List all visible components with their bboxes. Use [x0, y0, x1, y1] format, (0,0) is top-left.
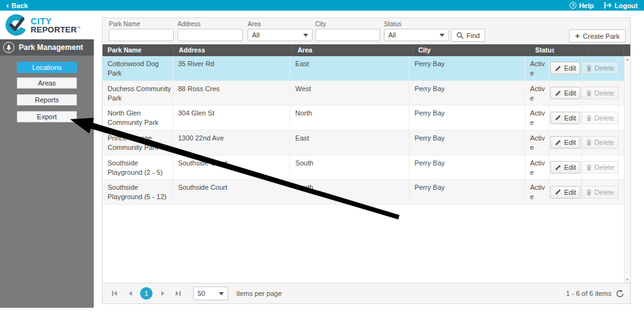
trademark-symbol: ™ [77, 26, 81, 29]
status-select[interactable]: All [384, 29, 449, 41]
delete-button[interactable]: Delete [581, 136, 619, 149]
brand-logo: CITY REPORTER™ [0, 11, 94, 39]
cell-area: East [290, 130, 410, 155]
last-page-button[interactable] [173, 288, 184, 299]
status-select-value: All [388, 31, 396, 39]
delete-button[interactable]: Delete [581, 112, 619, 124]
refresh-icon[interactable] [616, 290, 624, 298]
vertical-scrollbar[interactable]: ▲ ▼ [624, 56, 630, 283]
filter-park-name-label: Park Name [109, 21, 174, 27]
edit-button[interactable]: Edit [550, 161, 580, 174]
cell-status: Active [525, 130, 550, 155]
cell-park-name: Southside Playground (2 - 5) [103, 155, 173, 180]
scroll-down-icon[interactable]: ▼ [626, 278, 630, 282]
column-header-status[interactable]: Status [530, 44, 555, 56]
column-header-park-name[interactable]: Park Name [103, 44, 174, 56]
back-link[interactable]: ‹ Back [6, 1, 28, 9]
pencil-icon [555, 114, 561, 121]
edit-button[interactable]: Edit [550, 62, 580, 74]
filter-address: Address [178, 21, 243, 41]
table-row[interactable]: Prince George Community Park 1300 22nd A… [103, 130, 625, 155]
previous-page-button[interactable] [124, 288, 136, 299]
cell-city: Perry Bay [410, 155, 525, 180]
chevron-down-icon [219, 292, 224, 295]
filter-city-label: City [315, 21, 380, 27]
park-name-input[interactable] [109, 29, 174, 41]
edit-button[interactable]: Edit [550, 87, 580, 99]
pagination-bar: 1 50 items per page 1 - 6 of 6 items [103, 283, 630, 303]
cell-area: South [290, 155, 410, 180]
chevron-down-icon [303, 34, 308, 37]
sidebar-nav: Locations Areas Reports Export [0, 56, 94, 308]
cell-status: Active [525, 155, 550, 180]
trash-icon [586, 114, 592, 122]
city-input[interactable] [315, 29, 380, 41]
filter-area-label: Area [248, 21, 313, 27]
edit-button[interactable]: Edit [550, 112, 580, 124]
create-park-label: Create Park [583, 32, 620, 40]
cell-delete: Delete [582, 105, 618, 130]
column-header-address[interactable]: Address [174, 44, 293, 56]
trash-icon [586, 189, 592, 196]
address-input[interactable] [178, 29, 243, 41]
delete-button[interactable]: Delete [581, 87, 619, 99]
sidebar-item-export[interactable]: Export [17, 111, 77, 122]
cell-status: Active [525, 81, 550, 105]
trash-icon [586, 164, 592, 171]
area-select[interactable]: All [248, 29, 313, 41]
scroll-up-icon[interactable]: ▲ [626, 57, 630, 61]
area-select-value: All [252, 31, 259, 39]
trash-icon [586, 139, 592, 146]
table-row[interactable]: Southside Playground (5 - 12) Southside … [103, 180, 625, 205]
cell-city: Perry Bay [410, 180, 525, 204]
sidebar-item-areas[interactable]: Areas [17, 77, 77, 89]
logout-link[interactable]: Logout [604, 2, 638, 9]
pencil-icon [555, 189, 561, 195]
first-page-button[interactable] [109, 288, 120, 299]
cell-delete: Delete [582, 180, 618, 204]
logout-label: Logout [615, 2, 638, 9]
table-row[interactable]: Southside Playground (2 - 5) Southside C… [103, 155, 625, 180]
table-row[interactable]: North Glen Community Park 304 Glen St No… [103, 105, 625, 130]
sidebar-item-reports[interactable]: Reports [17, 94, 77, 105]
pencil-icon [555, 164, 561, 171]
delete-button[interactable]: Delete [581, 62, 619, 74]
cell-address: 35 River Rd [173, 56, 291, 81]
cell-address: Southside Court [173, 155, 291, 180]
top-bar: ‹ Back ? Help Logout [0, 0, 644, 11]
filter-city: City [315, 21, 380, 41]
edit-button[interactable]: Edit [550, 136, 580, 149]
create-park-button[interactable]: + Create Park [569, 29, 626, 42]
table-header-row: Park Name Address Area City Status [103, 44, 630, 56]
cell-area: North [290, 105, 410, 130]
park-management-panel: Park Name Address Area All City Status A… [102, 17, 631, 304]
column-header-area[interactable]: Area [293, 44, 413, 56]
logo-wordmark: CITY REPORTER™ [31, 17, 81, 34]
trash-icon [586, 89, 592, 97]
help-link[interactable]: ? Help [570, 2, 594, 9]
sidebar-item-locations[interactable]: Locations [17, 62, 77, 73]
find-button-label: Find [466, 32, 480, 39]
cell-address: Southside Court [173, 180, 291, 204]
sidebar-title-bar: Park Management [0, 39, 94, 56]
cityreporter-logo-icon [4, 13, 28, 37]
table-row[interactable]: Duchess Community Park 88 Ross Cres West… [103, 81, 625, 106]
filter-toolbar: Park Name Address Area All City Status A… [103, 18, 630, 44]
cell-delete: Delete [582, 155, 618, 180]
cell-park-name: North Glen Community Park [103, 105, 173, 130]
delete-button[interactable]: Delete [581, 161, 619, 174]
column-header-city[interactable]: City [413, 44, 530, 56]
table-body: Cottonwood Dog Park 35 River Rd East Per… [103, 56, 630, 283]
cell-delete: Delete [582, 130, 618, 155]
filter-status-label: Status [384, 21, 449, 27]
delete-button[interactable]: Delete [581, 186, 619, 199]
edit-button[interactable]: Edit [550, 186, 580, 199]
current-page-button[interactable]: 1 [140, 287, 153, 300]
table-row[interactable]: Cottonwood Dog Park 35 River Rd East Per… [103, 56, 625, 81]
cell-address: 1300 22nd Ave [173, 130, 291, 155]
pencil-icon [555, 139, 561, 146]
next-page-button[interactable] [157, 288, 168, 299]
cell-park-name: Southside Playground (5 - 12) [103, 180, 173, 204]
find-button[interactable]: Find [451, 29, 485, 42]
page-size-select[interactable]: 50 [193, 287, 228, 300]
